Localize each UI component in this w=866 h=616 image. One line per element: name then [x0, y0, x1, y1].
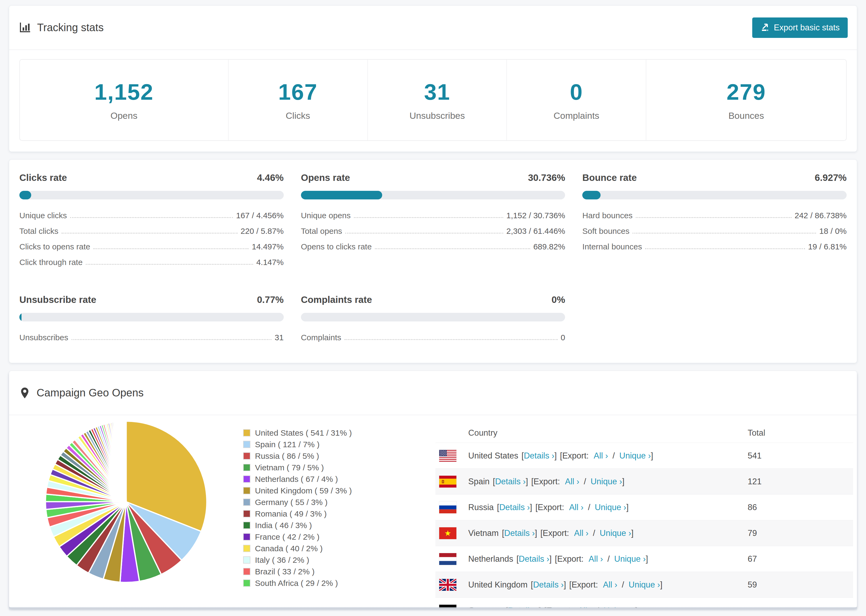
stat-unsubscribes: 31 Unsubscribes	[368, 60, 507, 140]
export-all-link[interactable]: All ›	[574, 528, 589, 538]
dotted-leader	[70, 217, 233, 218]
legend-item: Romania ( 49 / 3% )	[243, 508, 435, 520]
table-row: Netherlands [Details ›] [Export: All › /…	[435, 546, 853, 572]
export-unique-link[interactable]: Unique ›	[614, 554, 646, 564]
legend-swatch	[243, 487, 250, 494]
country-total: 59	[748, 580, 853, 590]
bar-chart-icon	[19, 22, 31, 33]
details-link[interactable]: Details ›	[524, 451, 554, 460]
country-total: 79	[748, 528, 853, 538]
legend-swatch	[243, 568, 250, 575]
legend-swatch	[243, 522, 250, 529]
country-name: Russia	[468, 503, 494, 512]
column-header-total: Total	[748, 428, 853, 438]
legend-item: Italy ( 36 / 2% )	[243, 554, 435, 566]
legend-swatch	[243, 545, 250, 552]
country-total: 67	[748, 554, 853, 564]
legend-item: Brazil ( 33 / 2% )	[243, 566, 435, 577]
export-unique-link[interactable]: Unique ›	[590, 477, 622, 486]
geo-pie-wrap	[9, 415, 243, 585]
dotted-leader	[375, 248, 530, 249]
details-link[interactable]: Details ›	[504, 528, 535, 538]
legend-swatch	[243, 441, 250, 448]
bounce-rate-progress-fill	[582, 191, 601, 200]
stat-row: Click through rate4.147%	[19, 253, 284, 268]
details-link[interactable]: Details ›	[519, 554, 550, 564]
stat-unsubscribes-value: 31	[424, 79, 450, 105]
stat-row: Hard bounces242 / 86.738%	[582, 206, 847, 222]
opens-rate-value: 30.736%	[528, 172, 565, 183]
stat-complaints: 0 Complaints	[507, 60, 646, 140]
export-all-link[interactable]: All ›	[603, 580, 617, 589]
opens-rate-progressbar	[301, 191, 565, 200]
details-link[interactable]: Details ›	[533, 580, 564, 589]
dotted-leader	[86, 264, 253, 265]
country-total: 541	[748, 451, 853, 460]
stat-opens-value: 1,152	[94, 79, 154, 105]
export-unique-link[interactable]: Unique ›	[628, 580, 660, 589]
stat-unsubscribes-label: Unsubscribes	[409, 110, 465, 121]
pie-slice[interactable]	[126, 421, 126, 502]
table-row: Spain [Details ›] [Export: All › / Uniqu…	[435, 468, 853, 494]
legend-swatch	[243, 452, 250, 460]
country-flag-icon	[439, 553, 457, 565]
country-name: Vietnam	[468, 528, 499, 538]
unsubscribe-rate-progressbar	[19, 313, 284, 321]
export-all-link[interactable]: All ›	[594, 451, 608, 460]
country-name: United Kingdom	[468, 580, 527, 590]
rates-card: Clicks rate 4.46% Unique clicks167 / 4.4…	[9, 159, 857, 363]
legend-item: Russia ( 86 / 5% )	[243, 450, 435, 462]
details-link[interactable]: Details ›	[499, 503, 530, 512]
table-row: Germany [Details ›] [Export: All › / Uni…	[435, 597, 853, 608]
country-total: 121	[748, 477, 853, 486]
legend-swatch	[243, 498, 250, 506]
dotted-leader	[61, 233, 237, 234]
country-name: Netherlands	[468, 554, 513, 564]
country-flag-icon	[439, 527, 457, 539]
country-flag-icon	[439, 579, 457, 591]
tracking-stats-card: Tracking stats Export basic stats 1,152 …	[9, 5, 857, 152]
clicks-rate-title: Clicks rate	[19, 172, 67, 183]
table-row: United States [Details ›] [Export: All ›…	[435, 443, 853, 468]
stat-clicks-value: 167	[279, 79, 318, 105]
clicks-rate-block: Clicks rate 4.46% Unique clicks167 / 4.4…	[19, 172, 284, 268]
stat-clicks: 167 Clicks	[228, 60, 368, 140]
geo-opens-pie-chart[interactable]	[43, 418, 209, 585]
export-all-link[interactable]: All ›	[589, 554, 603, 564]
legend-item: India ( 46 / 3% )	[243, 520, 435, 531]
stat-opens: 1,152 Opens	[20, 60, 228, 140]
export-unique-link[interactable]: Unique ›	[600, 528, 631, 538]
bounce-rate-value: 6.927%	[815, 172, 847, 183]
dotted-leader	[645, 248, 805, 249]
card-bottom-shadow	[9, 607, 857, 611]
export-all-link[interactable]: All ›	[565, 477, 579, 486]
legend-item: Germany ( 55 / 3% )	[243, 497, 435, 508]
export-button-label: Export basic stats	[774, 23, 840, 33]
table-header: Country Total	[435, 423, 853, 443]
clicks-rate-value: 4.46%	[257, 172, 283, 183]
stat-row: Opens to clicks rate689.82%	[301, 237, 565, 253]
clicks-rate-progressbar	[19, 191, 284, 200]
unsubscribe-rate-progress-fill	[19, 313, 22, 321]
export-basic-stats-button[interactable]: Export basic stats	[752, 17, 848, 38]
stat-clicks-label: Clicks	[286, 110, 310, 121]
geo-card-title: Campaign Geo Opens	[19, 387, 143, 399]
column-header-country: Country	[435, 428, 748, 438]
export-unique-link[interactable]: Unique ›	[619, 451, 651, 460]
legend-swatch	[243, 556, 250, 564]
country-flag-icon	[439, 476, 457, 487]
legend-swatch	[243, 429, 250, 437]
legend-item: Netherlands ( 67 / 4% )	[243, 473, 435, 485]
legend-item: South Africa ( 29 / 2% )	[243, 577, 435, 589]
legend-swatch	[243, 510, 250, 517]
country-total: 86	[748, 503, 853, 512]
stat-complaints-value: 0	[570, 79, 583, 105]
export-all-link[interactable]: All ›	[569, 503, 583, 512]
country-flag-icon	[439, 501, 457, 513]
dotted-leader	[345, 233, 503, 234]
stat-row: Clicks to opens rate14.497%	[19, 237, 284, 253]
export-unique-link[interactable]: Unique ›	[595, 503, 626, 512]
complaints-rate-block: Complaints rate 0% Complaints0	[301, 294, 565, 344]
details-link[interactable]: Details ›	[495, 477, 526, 486]
stat-row: Complaints0	[301, 328, 565, 344]
